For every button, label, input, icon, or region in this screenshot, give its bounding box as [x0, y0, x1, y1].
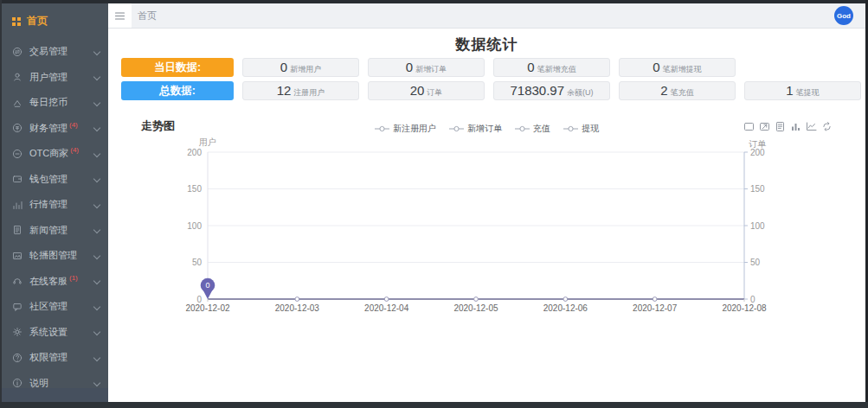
sidebar-item-label: 系统设置	[29, 326, 68, 339]
sidebar-item-label: 交易管理	[29, 45, 68, 58]
sidebar-item-label: 新闻管理	[29, 224, 68, 237]
sidebar-item-label: 每日挖币	[29, 96, 68, 109]
stat-unit: 注册用户	[293, 87, 325, 99]
y-left-tick-label: 50	[192, 258, 203, 267]
topbar: 首页 God	[108, 3, 865, 29]
sidebar-item-settings[interactable]: 系统设置	[0, 320, 108, 346]
sidebar-item-label: OTC商家	[29, 147, 68, 160]
chevron-down-icon	[93, 99, 100, 106]
sidebar-item-label: 权限管理	[29, 351, 68, 364]
stat-unit: 笔提现	[796, 87, 820, 99]
sidebar-item-label: 钱包管理	[29, 173, 68, 186]
sidebar-item-label: 用户管理	[29, 71, 68, 84]
sidebar-collapse-button[interactable]	[108, 3, 132, 28]
data-point	[295, 297, 299, 302]
community-icon	[12, 302, 23, 312]
sidebar-home-label: 首页	[27, 14, 48, 29]
sidebar-item-trade[interactable]: 交易管理	[0, 39, 108, 65]
total-label-button[interactable]: 总数据:	[121, 81, 234, 100]
sidebar: 首页 交易管理用户管理每日挖币财务管理(4)OTC商家(4)钱包管理行情管理新闻…	[0, 3, 108, 402]
stat-value: 0	[280, 59, 287, 76]
x-tick-label: 2020-12-03	[275, 303, 320, 313]
sidebar-item-otc[interactable]: OTC商家(4)	[0, 141, 108, 167]
sidebar-footer	[0, 388, 108, 402]
chevron-down-icon	[93, 328, 100, 335]
daily-stat-card-1: 0新增订单	[368, 58, 485, 77]
daily-stats-row: 当日数据:0新增用户0新增订单0笔新增充值0笔新增提现	[121, 58, 736, 77]
notification-badge: (1)	[69, 274, 78, 282]
main-content: 数据统计 当日数据:0新增用户0新增订单0笔新增充值0笔新增提现 总数据:12注…	[108, 28, 865, 402]
sidebar-item-users[interactable]: 用户管理	[0, 65, 108, 91]
sidebar-item-permissions[interactable]: 权限管理	[0, 345, 108, 371]
home-grid-icon	[12, 17, 21, 26]
market-icon	[12, 200, 23, 210]
daily-label-button[interactable]: 当日数据:	[121, 58, 234, 77]
sidebar-item-label: 轮播图管理	[29, 249, 77, 262]
sidebar-item-label: 社区管理	[29, 300, 68, 313]
chevron-down-icon	[93, 150, 100, 157]
total-stat-card-4: 1笔提现	[744, 81, 861, 100]
y-left-tick-label: 100	[187, 221, 202, 231]
sidebar-item-finance[interactable]: 财务管理(4)	[0, 116, 108, 142]
data-point	[474, 297, 479, 302]
sidebar-item-banner[interactable]: 轮播图管理	[0, 243, 108, 269]
daily-stat-card-3: 0笔新增提现	[619, 58, 736, 77]
x-tick-label: 2020-12-04	[364, 303, 409, 313]
y-left-tick-label: 200	[187, 148, 202, 157]
sidebar-item-service[interactable]: 在线客服(1)	[0, 269, 108, 295]
service-icon	[12, 276, 23, 286]
notification-badge: (4)	[70, 146, 79, 154]
sidebar-item-market[interactable]: 行情管理	[0, 192, 108, 218]
mark-point-value: 0	[205, 281, 209, 290]
sidebar-item-label: 行情管理	[29, 198, 68, 211]
sidebar-item-news[interactable]: 新闻管理	[0, 218, 108, 244]
y-left-tick-label: 150	[187, 184, 202, 194]
chevron-down-icon	[93, 226, 100, 233]
y-left-tick-label: 0	[196, 295, 202, 304]
mark-point-pin: 0	[201, 278, 215, 299]
breadcrumb-tab-home[interactable]: 首页	[138, 10, 157, 22]
mining-icon	[12, 98, 23, 108]
x-tick-label: 2020-12-02	[185, 303, 230, 313]
banner-icon	[12, 251, 23, 261]
avatar[interactable]: God	[834, 6, 853, 25]
sidebar-menu: 交易管理用户管理每日挖币财务管理(4)OTC商家(4)钱包管理行情管理新闻管理轮…	[0, 39, 108, 396]
chevron-down-icon	[93, 379, 100, 386]
chevron-down-icon	[93, 354, 100, 361]
y-right-tick-label: 0	[750, 295, 755, 304]
chevron-down-icon	[93, 124, 100, 131]
stat-value: 0	[653, 59, 659, 76]
permissions-icon	[12, 353, 23, 363]
notification-badge: (4)	[69, 121, 78, 129]
stat-unit: 余额(U)	[567, 87, 594, 99]
page-title: 数据统计	[108, 35, 865, 54]
y-right-tick-label: 50	[750, 258, 761, 267]
wallet-icon	[12, 174, 23, 184]
users-icon	[12, 72, 23, 82]
y-right-tick-label: 150	[750, 184, 765, 194]
total-stat-card-2: 71830.97余额(U)	[493, 81, 610, 100]
stat-value: 1	[786, 82, 793, 99]
x-tick-label: 2020-12-05	[453, 303, 498, 313]
stat-unit: 订单	[427, 87, 442, 99]
stat-unit: 新增订单	[415, 64, 447, 75]
window-edge-bottom	[0, 402, 868, 408]
hamburger-icon	[114, 10, 125, 22]
settings-icon	[12, 327, 23, 337]
sidebar-item-community[interactable]: 社区管理	[0, 294, 108, 320]
stat-value: 12	[277, 82, 292, 99]
data-point	[563, 297, 568, 302]
daily-stat-card-0: 0新增用户	[242, 58, 359, 77]
total-stat-card-1: 20订单	[368, 81, 485, 100]
sidebar-item-home[interactable]: 首页	[0, 3, 108, 35]
sidebar-item-wallet[interactable]: 钱包管理	[0, 167, 108, 193]
chevron-down-icon	[93, 277, 100, 284]
data-point	[653, 297, 657, 302]
chevron-down-icon	[93, 73, 100, 80]
stat-value: 0	[527, 59, 534, 76]
stat-value: 71830.97	[510, 82, 564, 99]
window-edge-top	[0, 0, 868, 3]
stat-value: 20	[410, 82, 425, 99]
sidebar-item-mining[interactable]: 每日挖币	[0, 90, 108, 116]
y-right-tick-label: 100	[750, 221, 765, 231]
